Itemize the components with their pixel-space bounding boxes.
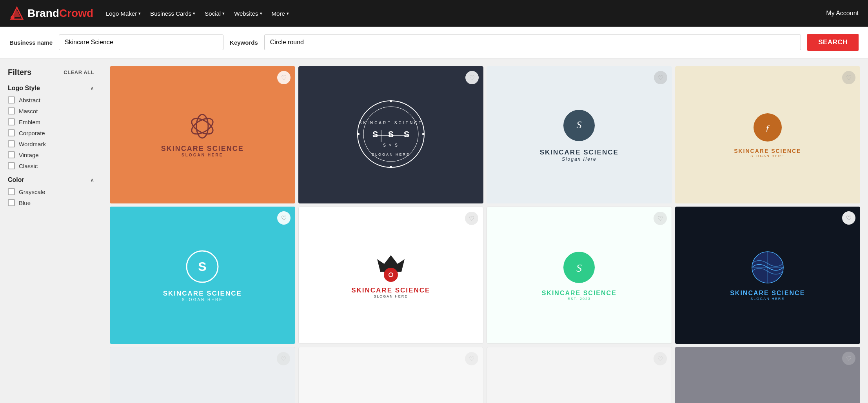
logo-style-chevron[interactable]: ∧ [90, 85, 94, 91]
logo-card-5[interactable]: ♡ S SKINCARE SCIENCE SLOGAN HERE [110, 207, 295, 344]
clear-all-button[interactable]: CLEAR ALL [64, 69, 94, 75]
logo-card-9[interactable]: ♡ [110, 347, 295, 403]
logo-card-11[interactable]: ♡ [487, 347, 672, 403]
abstract-checkbox[interactable] [8, 96, 15, 103]
logo-card-6[interactable]: ♡ SKINCARE SCIENCE SLOGAN HERE [298, 207, 484, 344]
my-account-link[interactable]: My Account [826, 10, 859, 17]
filter-blue[interactable]: Blue [8, 199, 94, 206]
svg-point-30 [389, 273, 393, 277]
filter-mascot[interactable]: Mascot [8, 107, 94, 114]
favorite-button-9[interactable]: ♡ [277, 352, 290, 365]
favorite-button-4[interactable]: ♡ [842, 71, 855, 84]
card-5-content: S SKINCARE SCIENCE SLOGAN HERE [157, 243, 248, 308]
favorite-button-3[interactable]: ♡ [654, 71, 667, 84]
vintage-checkbox[interactable] [8, 151, 15, 158]
brand-name: BrandCrowd [27, 7, 93, 20]
filter-emblem[interactable]: Emblem [8, 118, 94, 125]
logo-card-1[interactable]: ♡ SKINCARE SCIENCE SLOGAN HERE [110, 66, 295, 203]
card-8-slogan: SLOGAN HERE [730, 297, 805, 301]
wordmark-label: Wordmark [19, 141, 46, 147]
brand-logo-area[interactable]: BrandCrowd [9, 6, 93, 21]
color-title: Color [8, 176, 24, 183]
color-section-header: Color ∧ [8, 176, 94, 183]
favorite-button-2[interactable]: ♡ [465, 71, 479, 84]
filter-grayscale[interactable]: Grayscale [8, 188, 94, 195]
card-5-slogan: SLOGAN HERE [163, 298, 242, 302]
card-8-content: SKINCARE SCIENCE SLOGAN HERE [724, 243, 811, 307]
logo-style-section: Logo Style ∧ Abstract Mascot Emblem Corp… [8, 85, 94, 169]
classic-checkbox[interactable] [8, 162, 15, 169]
svg-text:S: S [577, 119, 582, 131]
card-8-title: SKINCARE SCIENCE [730, 290, 805, 297]
card-7-est: EST. 2023 [542, 297, 617, 301]
logo-card-8[interactable]: ♡ SKINCARE SCIENCE SLOGAN HERE [675, 207, 861, 344]
logo-grid: ♡ SKINCARE SCIENCE SLOGAN HERE ♡ [102, 58, 868, 403]
blue-label: Blue [19, 200, 31, 206]
card-1-logo-icon [161, 113, 244, 142]
nav-business-cards[interactable]: Business Cards ▾ [150, 10, 195, 17]
nav-logo-maker[interactable]: Logo Maker ▾ [106, 10, 141, 17]
navbar-left: BrandCrowd Logo Maker ▾ Business Cards ▾… [9, 6, 289, 21]
filters-title: Filters [8, 68, 31, 77]
filter-vintage[interactable]: Vintage [8, 151, 94, 158]
favorite-button-5[interactable]: ♡ [277, 211, 291, 225]
grayscale-label: Grayscale [19, 189, 45, 195]
business-name-input[interactable] [59, 34, 223, 50]
business-name-label: Business name [9, 39, 53, 46]
search-button[interactable]: SEARCH [807, 34, 859, 51]
abstract-label: Abstract [19, 97, 40, 103]
card-3-content: S SKINCARE SCIENCE Slogan Here [534, 102, 625, 168]
favorite-button-10[interactable]: ♡ [465, 352, 478, 365]
card-7-content: S SKINCARE SCIENCE EST. 2023 [536, 243, 623, 307]
favorite-button-12[interactable]: ♡ [842, 352, 855, 365]
emblem-checkbox[interactable] [8, 118, 15, 125]
keywords-label: Keywords [230, 39, 258, 46]
corporate-checkbox[interactable] [8, 129, 15, 136]
emblem-label: Emblem [19, 119, 40, 125]
logo-card-7[interactable]: ♡ S SKINCARE SCIENCE EST. 2023 [487, 207, 672, 344]
svg-text:S: S [576, 262, 582, 274]
card-6-title: SKINCARE SCIENCE [351, 287, 430, 294]
nav-more[interactable]: More ▾ [272, 10, 289, 17]
vintage-label: Vintage [19, 152, 39, 158]
card-4-content: ƒ SKINCARE SCIENCE SLOGAN HERE [728, 105, 807, 164]
svg-text:SKINCARE SCIENCE: SKINCARE SCIENCE [359, 121, 423, 125]
color-chevron[interactable]: ∧ [90, 177, 94, 183]
favorite-button-11[interactable]: ♡ [654, 352, 667, 365]
logo-card-12[interactable]: ♡ [675, 347, 861, 403]
nav-websites[interactable]: Websites ▾ [234, 10, 262, 17]
logo-card-3[interactable]: ♡ S SKINCARE SCIENCE Slogan Here [487, 66, 672, 203]
mascot-checkbox[interactable] [8, 107, 15, 114]
filter-corporate[interactable]: Corporate [8, 129, 94, 136]
logo-card-2[interactable]: ♡ SKINCARE SCIENCE S S S S × S SLOGAN HE… [298, 66, 484, 203]
mascot-label: Mascot [19, 108, 38, 114]
chevron-down-icon: ▾ [193, 11, 195, 16]
card-2-content: SKINCARE SCIENCE S S S S × S SLOGAN HERE [352, 95, 430, 175]
svg-point-5 [196, 114, 208, 138]
favorite-button-6[interactable]: ♡ [465, 212, 478, 225]
grayscale-checkbox[interactable] [8, 188, 15, 195]
wordmark-checkbox[interactable] [8, 140, 15, 147]
logo-card-4[interactable]: ♡ ƒ SKINCARE SCIENCE SLOGAN HERE [675, 66, 861, 203]
svg-point-2 [11, 16, 15, 20]
chevron-down-icon: ▾ [260, 11, 262, 16]
nav-social[interactable]: Social ▾ [205, 10, 225, 17]
logo-card-10[interactable]: ♡ [298, 347, 484, 403]
favorite-button-8[interactable]: ♡ [842, 211, 855, 225]
main-layout: Filters CLEAR ALL Logo Style ∧ Abstract … [0, 58, 868, 403]
card-4-slogan: SLOGAN HERE [734, 154, 801, 158]
card-4-title: SKINCARE SCIENCE [734, 148, 801, 154]
search-bar: Business name Keywords SEARCH [0, 27, 868, 58]
svg-point-20 [357, 133, 360, 135]
card-1-slogan: SLOGAN HERE [161, 153, 244, 157]
keywords-input[interactable] [264, 34, 801, 50]
favorite-button-7[interactable]: ♡ [654, 212, 667, 225]
svg-text:S: S [388, 129, 394, 139]
favorite-button-1[interactable]: ♡ [277, 71, 291, 84]
filter-wordmark[interactable]: Wordmark [8, 140, 94, 147]
filter-abstract[interactable]: Abstract [8, 96, 94, 103]
logo-style-header: Logo Style ∧ [8, 85, 94, 92]
blue-checkbox[interactable] [8, 199, 15, 206]
card-5-title: SKINCARE SCIENCE [163, 290, 242, 298]
filter-classic[interactable]: Classic [8, 162, 94, 169]
